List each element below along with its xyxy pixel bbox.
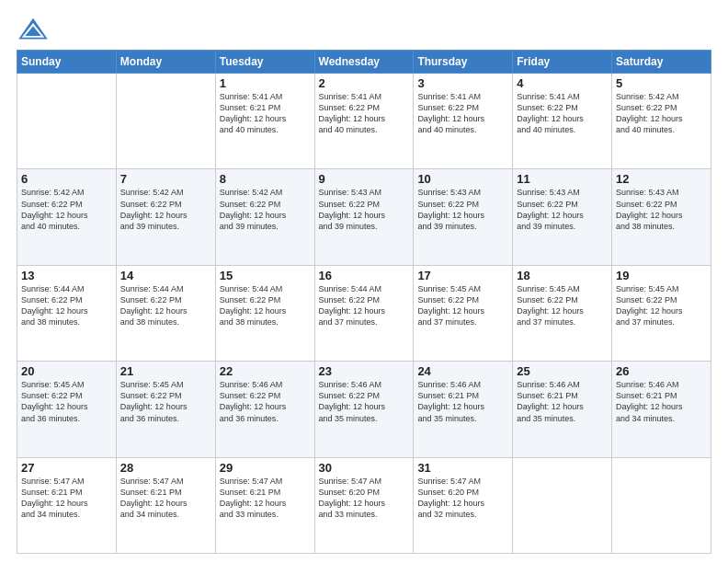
logo [17,17,53,42]
day-number: 25 [517,364,608,378]
calendar-cell: 1Sunrise: 5:41 AM Sunset: 6:21 PM Daylig… [215,74,314,169]
calendar-week-3: 20Sunrise: 5:45 AM Sunset: 6:22 PM Dayli… [17,362,711,457]
day-number: 13 [21,269,112,282]
day-number: 6 [21,172,112,186]
day-number: 16 [319,269,410,282]
calendar-header-row: SundayMondayTuesdayWednesdayThursdayFrid… [17,51,711,74]
calendar-cell: 14Sunrise: 5:44 AM Sunset: 6:22 PM Dayli… [116,265,215,361]
calendar-cell: 12Sunrise: 5:43 AM Sunset: 6:22 PM Dayli… [612,169,711,265]
day-number: 23 [319,364,410,378]
day-info: Sunrise: 5:45 AM Sunset: 6:22 PM Dayligh… [417,283,508,328]
calendar-header-sunday: Sunday [17,51,117,74]
day-info: Sunrise: 5:41 AM Sunset: 6:22 PM Dayligh… [517,91,608,136]
day-info: Sunrise: 5:46 AM Sunset: 6:21 PM Dayligh… [417,379,508,424]
day-info: Sunrise: 5:43 AM Sunset: 6:22 PM Dayligh… [417,187,508,232]
day-info: Sunrise: 5:43 AM Sunset: 6:22 PM Dayligh… [319,187,410,232]
day-info: Sunrise: 5:44 AM Sunset: 6:22 PM Dayligh… [220,283,311,328]
calendar-week-0: 1Sunrise: 5:41 AM Sunset: 6:21 PM Daylig… [17,74,711,169]
day-number: 11 [517,172,608,186]
day-info: Sunrise: 5:41 AM Sunset: 6:22 PM Dayligh… [319,91,410,136]
calendar-cell: 24Sunrise: 5:46 AM Sunset: 6:21 PM Dayli… [414,362,513,457]
calendar-cell: 30Sunrise: 5:47 AM Sunset: 6:20 PM Dayli… [314,457,414,553]
day-info: Sunrise: 5:47 AM Sunset: 6:20 PM Dayligh… [319,476,410,521]
calendar-cell: 7Sunrise: 5:42 AM Sunset: 6:22 PM Daylig… [116,169,215,265]
day-number: 12 [616,172,707,186]
calendar-cell [513,457,612,553]
logo-icon [17,17,50,42]
calendar-header-wednesday: Wednesday [314,51,414,74]
page: SundayMondayTuesdayWednesdayThursdayFrid… [0,0,728,563]
day-info: Sunrise: 5:42 AM Sunset: 6:22 PM Dayligh… [120,187,211,232]
calendar-cell: 29Sunrise: 5:47 AM Sunset: 6:21 PM Dayli… [215,457,314,553]
calendar-header-saturday: Saturday [612,51,711,74]
day-info: Sunrise: 5:43 AM Sunset: 6:22 PM Dayligh… [616,187,707,232]
calendar-week-1: 6Sunrise: 5:42 AM Sunset: 6:22 PM Daylig… [17,169,711,265]
day-info: Sunrise: 5:47 AM Sunset: 6:21 PM Dayligh… [120,476,211,521]
day-info: Sunrise: 5:44 AM Sunset: 6:22 PM Dayligh… [319,283,410,328]
calendar-cell: 26Sunrise: 5:46 AM Sunset: 6:21 PM Dayli… [612,362,711,457]
calendar-cell: 19Sunrise: 5:45 AM Sunset: 6:22 PM Dayli… [612,265,711,361]
calendar-cell: 2Sunrise: 5:41 AM Sunset: 6:22 PM Daylig… [314,74,414,169]
header [17,17,711,42]
day-info: Sunrise: 5:42 AM Sunset: 6:22 PM Dayligh… [220,187,311,232]
day-number: 15 [220,269,311,282]
day-number: 29 [220,461,311,475]
calendar-header-monday: Monday [116,51,215,74]
day-number: 7 [120,172,211,186]
day-number: 18 [517,269,608,282]
day-number: 5 [616,76,707,90]
calendar-cell: 8Sunrise: 5:42 AM Sunset: 6:22 PM Daylig… [215,169,314,265]
day-info: Sunrise: 5:42 AM Sunset: 6:22 PM Dayligh… [616,91,707,136]
day-number: 14 [120,269,211,282]
day-info: Sunrise: 5:46 AM Sunset: 6:22 PM Dayligh… [319,379,410,424]
day-info: Sunrise: 5:47 AM Sunset: 6:20 PM Dayligh… [417,476,508,521]
calendar-cell [612,457,711,553]
day-number: 30 [319,461,410,475]
day-info: Sunrise: 5:44 AM Sunset: 6:22 PM Dayligh… [21,283,112,328]
calendar-cell: 5Sunrise: 5:42 AM Sunset: 6:22 PM Daylig… [612,74,711,169]
day-number: 20 [21,364,112,378]
day-number: 28 [120,461,211,475]
calendar-cell: 10Sunrise: 5:43 AM Sunset: 6:22 PM Dayli… [414,169,513,265]
day-info: Sunrise: 5:45 AM Sunset: 6:22 PM Dayligh… [616,283,707,328]
calendar-cell: 13Sunrise: 5:44 AM Sunset: 6:22 PM Dayli… [17,265,117,361]
day-number: 8 [220,172,311,186]
day-number: 4 [517,76,608,90]
calendar-table: SundayMondayTuesdayWednesdayThursdayFrid… [17,50,711,554]
calendar-header-tuesday: Tuesday [215,51,314,74]
calendar-cell: 15Sunrise: 5:44 AM Sunset: 6:22 PM Dayli… [215,265,314,361]
day-number: 31 [417,461,508,475]
calendar-cell: 16Sunrise: 5:44 AM Sunset: 6:22 PM Dayli… [314,265,414,361]
calendar-header-thursday: Thursday [414,51,513,74]
day-number: 19 [616,269,707,282]
day-info: Sunrise: 5:43 AM Sunset: 6:22 PM Dayligh… [517,187,608,232]
day-number: 9 [319,172,410,186]
calendar-cell: 17Sunrise: 5:45 AM Sunset: 6:22 PM Dayli… [414,265,513,361]
calendar-cell: 28Sunrise: 5:47 AM Sunset: 6:21 PM Dayli… [116,457,215,553]
day-number: 27 [21,461,112,475]
calendar-cell: 31Sunrise: 5:47 AM Sunset: 6:20 PM Dayli… [414,457,513,553]
calendar-cell: 22Sunrise: 5:46 AM Sunset: 6:22 PM Dayli… [215,362,314,457]
calendar-cell: 25Sunrise: 5:46 AM Sunset: 6:21 PM Dayli… [513,362,612,457]
day-info: Sunrise: 5:45 AM Sunset: 6:22 PM Dayligh… [21,379,112,424]
calendar-header-friday: Friday [513,51,612,74]
day-number: 24 [417,364,508,378]
day-info: Sunrise: 5:46 AM Sunset: 6:21 PM Dayligh… [616,379,707,424]
calendar-cell: 23Sunrise: 5:46 AM Sunset: 6:22 PM Dayli… [314,362,414,457]
day-info: Sunrise: 5:47 AM Sunset: 6:21 PM Dayligh… [21,476,112,521]
day-info: Sunrise: 5:46 AM Sunset: 6:21 PM Dayligh… [517,379,608,424]
day-number: 26 [616,364,707,378]
day-number: 1 [220,76,311,90]
calendar-week-2: 13Sunrise: 5:44 AM Sunset: 6:22 PM Dayli… [17,265,711,361]
day-number: 22 [220,364,311,378]
calendar-cell: 21Sunrise: 5:45 AM Sunset: 6:22 PM Dayli… [116,362,215,457]
day-info: Sunrise: 5:44 AM Sunset: 6:22 PM Dayligh… [120,283,211,328]
day-info: Sunrise: 5:45 AM Sunset: 6:22 PM Dayligh… [517,283,608,328]
calendar-cell: 4Sunrise: 5:41 AM Sunset: 6:22 PM Daylig… [513,74,612,169]
day-number: 17 [417,269,508,282]
calendar-week-4: 27Sunrise: 5:47 AM Sunset: 6:21 PM Dayli… [17,457,711,553]
day-info: Sunrise: 5:45 AM Sunset: 6:22 PM Dayligh… [120,379,211,424]
day-info: Sunrise: 5:46 AM Sunset: 6:22 PM Dayligh… [220,379,311,424]
day-info: Sunrise: 5:41 AM Sunset: 6:22 PM Dayligh… [417,91,508,136]
calendar-cell: 27Sunrise: 5:47 AM Sunset: 6:21 PM Dayli… [17,457,117,553]
